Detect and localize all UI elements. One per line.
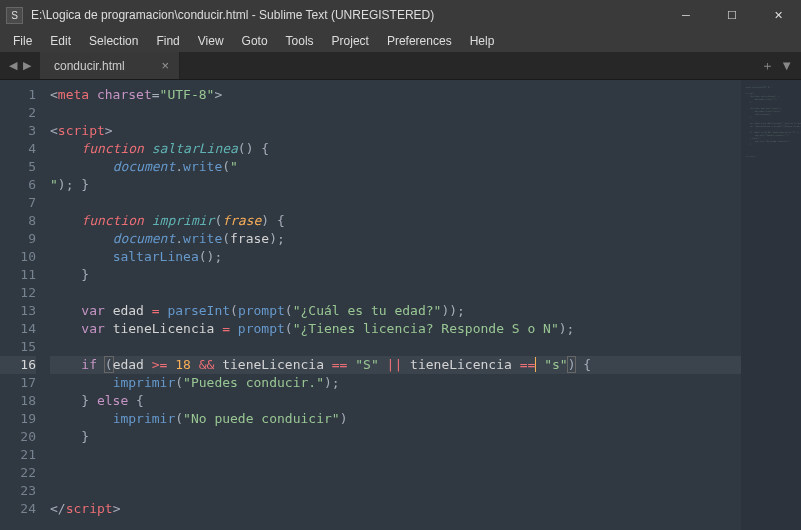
code-line[interactable]: <script> bbox=[50, 122, 741, 140]
line-number: 6 bbox=[0, 176, 36, 194]
line-number: 19 bbox=[0, 410, 36, 428]
menu-find[interactable]: Find bbox=[147, 32, 188, 50]
code-line[interactable]: } else { bbox=[50, 392, 741, 410]
menu-goto[interactable]: Goto bbox=[233, 32, 277, 50]
line-number: 24 bbox=[0, 500, 36, 518]
code-line[interactable]: document.write(""); bbox=[50, 158, 741, 176]
line-number: 16 bbox=[0, 356, 36, 374]
code-line[interactable] bbox=[50, 104, 741, 122]
line-number: 1 bbox=[0, 86, 36, 104]
code-line[interactable]: var edad = parseInt(prompt("¿Cuál es tu … bbox=[50, 302, 741, 320]
code-line[interactable]: if (edad >= 18 && tieneLicencia == "S" |… bbox=[50, 356, 741, 374]
line-number: 22 bbox=[0, 464, 36, 482]
menu-edit[interactable]: Edit bbox=[41, 32, 80, 50]
line-number: 2 bbox=[0, 104, 36, 122]
code-line[interactable]: saltarLinea(); bbox=[50, 248, 741, 266]
minimize-button[interactable]: ─ bbox=[663, 0, 709, 30]
title-bar: S E:\Logica de programacion\conducir.htm… bbox=[0, 0, 801, 30]
tab-spacer bbox=[180, 52, 753, 79]
close-button[interactable]: ✕ bbox=[755, 0, 801, 30]
minimap-line: </script> bbox=[745, 155, 797, 158]
menu-view[interactable]: View bbox=[189, 32, 233, 50]
code-line[interactable] bbox=[50, 194, 741, 212]
nav-back-icon[interactable]: ◀ bbox=[6, 59, 20, 72]
tab-bar: ◀ ▶ conducir.html × ＋ ▼ bbox=[0, 52, 801, 80]
code-line[interactable] bbox=[50, 338, 741, 356]
line-number: 17 bbox=[0, 374, 36, 392]
code-line[interactable]: var tieneLicencia = prompt("¿Tienes lice… bbox=[50, 320, 741, 338]
line-number: 20 bbox=[0, 428, 36, 446]
menu-bar: File Edit Selection Find View Goto Tools… bbox=[0, 30, 801, 52]
code-line[interactable]: function saltarLinea() { bbox=[50, 140, 741, 158]
code-line[interactable] bbox=[50, 284, 741, 302]
minimap-line: imprimir("No puede conduicir") bbox=[745, 140, 797, 143]
code-line[interactable] bbox=[50, 464, 741, 482]
menu-preferences[interactable]: Preferences bbox=[378, 32, 461, 50]
line-number: 9 bbox=[0, 230, 36, 248]
line-number: 5 bbox=[0, 158, 36, 176]
nav-forward-icon[interactable]: ▶ bbox=[20, 59, 34, 72]
line-number: 7 bbox=[0, 194, 36, 212]
tab-close-icon[interactable]: × bbox=[161, 58, 169, 73]
window-controls: ─ ☐ ✕ bbox=[663, 0, 801, 30]
tab-conducir[interactable]: conducir.html × bbox=[40, 52, 180, 79]
line-number: 18 bbox=[0, 392, 36, 410]
menu-project[interactable]: Project bbox=[323, 32, 378, 50]
line-number: 15 bbox=[0, 338, 36, 356]
nav-arrows: ◀ ▶ bbox=[0, 52, 40, 79]
minimap-line: var tieneLicencia = prompt("¿Tienes lice… bbox=[745, 125, 797, 128]
maximize-button[interactable]: ☐ bbox=[709, 0, 755, 30]
line-number: 10 bbox=[0, 248, 36, 266]
new-tab-icon[interactable]: ＋ bbox=[761, 57, 774, 75]
line-number: 23 bbox=[0, 482, 36, 500]
line-number: 13 bbox=[0, 302, 36, 320]
window-title: E:\Logica de programacion\conducir.html … bbox=[31, 8, 663, 22]
code-line[interactable]: document.write(frase); bbox=[50, 230, 741, 248]
code-line[interactable]: imprimir("No puede conduicir") bbox=[50, 410, 741, 428]
code-line[interactable]: } bbox=[50, 176, 741, 194]
line-number: 4 bbox=[0, 140, 36, 158]
code-line[interactable]: </script> bbox=[50, 500, 741, 518]
tab-right-controls: ＋ ▼ bbox=[753, 52, 801, 79]
menu-file[interactable]: File bbox=[4, 32, 41, 50]
line-number-gutter: 123456789101112131415161718192021222324 bbox=[0, 80, 44, 530]
code-line[interactable]: } bbox=[50, 266, 741, 284]
code-line[interactable]: function imprimir(frase) { bbox=[50, 212, 741, 230]
menu-selection[interactable]: Selection bbox=[80, 32, 147, 50]
line-number: 21 bbox=[0, 446, 36, 464]
line-number: 3 bbox=[0, 122, 36, 140]
code-line[interactable] bbox=[50, 446, 741, 464]
tab-dropdown-icon[interactable]: ▼ bbox=[780, 58, 793, 73]
code-line[interactable] bbox=[50, 482, 741, 500]
code-line[interactable]: } bbox=[50, 428, 741, 446]
minimap[interactable]: <meta charset="UTF-8"> <script> function… bbox=[741, 80, 801, 530]
code-line[interactable]: imprimir("Puedes conducir."); bbox=[50, 374, 741, 392]
menu-help[interactable]: Help bbox=[461, 32, 504, 50]
app-icon: S bbox=[6, 7, 23, 24]
editor-area: 123456789101112131415161718192021222324 … bbox=[0, 80, 801, 530]
line-number: 12 bbox=[0, 284, 36, 302]
code-area[interactable]: <meta charset="UTF-8"> <script> function… bbox=[44, 80, 741, 530]
tab-label: conducir.html bbox=[54, 59, 125, 73]
line-number: 11 bbox=[0, 266, 36, 284]
line-number: 14 bbox=[0, 320, 36, 338]
code-line[interactable]: <meta charset="UTF-8"> bbox=[50, 86, 741, 104]
line-number: 8 bbox=[0, 212, 36, 230]
menu-tools[interactable]: Tools bbox=[277, 32, 323, 50]
